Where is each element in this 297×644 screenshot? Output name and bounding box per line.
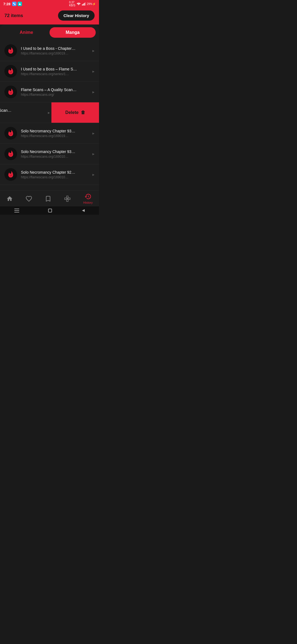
arrow-icon: ▶ [92, 152, 95, 155]
item-text: I Used to be a Boss - Chapter… https://f… [21, 46, 89, 55]
speed-indicator: 0.37KB/S [69, 1, 75, 7]
tab-anime[interactable]: Anime [3, 27, 50, 38]
flame-icon [7, 88, 14, 95]
status-icons: 0.37KB/S 29%⚡ [69, 1, 96, 7]
svg-rect-1 [14, 4, 15, 5]
item-text: Solo Necromancy Chapter 93… https://flam… [21, 149, 89, 159]
heart-icon [26, 195, 32, 202]
header: 72 items Clear History [0, 8, 99, 24]
status-app-icons [12, 2, 22, 6]
history-list: I Used to be a Boss - Chapter… https://f… [0, 40, 99, 202]
item-url: https://flamescans.org/169010… [21, 175, 89, 179]
nav-item-browse[interactable] [62, 194, 73, 203]
system-nav [0, 206, 99, 215]
items-count: 72 items [4, 13, 23, 18]
item-url: https://flamescans.org/169019… [21, 134, 89, 138]
nav-item-history[interactable]: History [81, 192, 95, 205]
svg-rect-5 [84, 3, 84, 6]
item-url: https://flamescans.org/169019… [21, 51, 89, 55]
list-item[interactable]: Solo Necromancy Chapter 93… https://flam… [0, 144, 99, 164]
nav-label-history: History [83, 201, 93, 204]
square-icon [48, 209, 52, 212]
svg-marker-12 [82, 209, 85, 212]
app-icon-2 [18, 2, 22, 6]
site-icon [4, 127, 17, 140]
list-item[interactable]: Solo Necromancy Chapter 93… https://flam… [0, 123, 99, 144]
flame-icon [7, 68, 14, 75]
list-item-swiped[interactable]: s – A Quality Scan… escans.org/ ▶ Delete… [0, 102, 99, 123]
status-time: 7:28 [3, 2, 10, 6]
svg-rect-10 [14, 212, 19, 212]
arrow-icon: ▶ [48, 111, 50, 114]
nav-item-home[interactable] [4, 194, 15, 203]
svg-marker-2 [19, 3, 21, 5]
delete-label: Delete [65, 110, 79, 115]
item-url: https://flamescans.org/169010… [21, 155, 89, 159]
arrow-icon: ▶ [92, 173, 95, 176]
delete-action[interactable]: Delete 🗑 [51, 102, 99, 123]
item-text: Flame Scans – A Quality Scan… https://fl… [21, 88, 89, 97]
list-item[interactable]: Flame Scans – A Quality Scan… https://fl… [0, 82, 99, 102]
arrow-icon: ▶ [92, 49, 95, 52]
home-icon [6, 195, 13, 202]
nav-item-bookmarks[interactable] [43, 194, 54, 203]
status-bar: 7:28 0.37KB/S 29%⚡ [0, 0, 99, 8]
battery-text: 29%⚡ [87, 2, 96, 6]
item-content-swiped: s – A Quality Scan… escans.org/ ▶ [0, 102, 54, 123]
site-icon [4, 86, 17, 98]
svg-rect-3 [82, 4, 82, 6]
flame-icon [7, 130, 14, 137]
item-title: I Used to be a Boss - Chapter… [21, 46, 89, 51]
list-item[interactable]: I Used to be a Boss - Chapter… https://f… [0, 40, 99, 61]
site-icon [4, 65, 17, 78]
site-icon [4, 44, 17, 57]
app-icon-1 [12, 2, 16, 6]
list-item[interactable]: I Used to be a Boss – Flame S… https://f… [0, 61, 99, 82]
svg-rect-4 [83, 4, 83, 6]
item-url: https://flamescans.org/series/1… [21, 72, 89, 76]
bottom-nav: History [0, 190, 99, 206]
item-url: https://flamescans.org/ [21, 93, 89, 97]
item-text: s – A Quality Scan… escans.org/ [0, 108, 44, 117]
item-title: Solo Necromancy Chapter 93… [21, 149, 89, 154]
item-url: escans.org/ [0, 113, 44, 117]
flame-icon [7, 150, 14, 157]
svg-rect-0 [13, 3, 14, 4]
content-area: Anime Manga I Used to be a Boss - Chapte… [0, 24, 99, 202]
svg-rect-8 [14, 209, 19, 209]
trash-icon: 🗑 [81, 110, 85, 115]
arrow-icon: ▶ [92, 70, 95, 73]
arrow-icon: ▶ [92, 132, 95, 135]
svg-rect-7 [85, 2, 86, 6]
item-title: I Used to be a Boss – Flame S… [21, 67, 89, 71]
item-text: Solo Necromancy Chapter 92… https://flam… [21, 170, 89, 179]
flame-icon [7, 171, 14, 178]
item-text: I Used to be a Boss – Flame S… https://f… [21, 67, 89, 76]
tab-bar: Anime Manga [0, 24, 99, 40]
back-icon [81, 209, 85, 212]
flame-icon [7, 47, 14, 54]
site-icon [4, 148, 17, 160]
item-title: Solo Necromancy Chapter 92… [21, 170, 89, 174]
site-icon [4, 168, 17, 181]
history-icon [84, 193, 92, 200]
clear-history-button[interactable]: Clear History [58, 10, 95, 21]
wifi-icon [76, 2, 81, 6]
bookmark-icon [45, 195, 51, 202]
tab-manga[interactable]: Manga [50, 27, 96, 38]
item-text: Solo Necromancy Chapter 93… https://flam… [21, 129, 89, 138]
arrow-icon: ▶ [92, 91, 95, 94]
nav-item-favorites[interactable] [23, 194, 34, 203]
item-title: s – A Quality Scan… [0, 108, 44, 113]
item-title: Solo Necromancy Chapter 93… [21, 129, 89, 133]
gamepad-icon [64, 195, 71, 202]
signal-icon [82, 2, 86, 6]
item-title: Flame Scans – A Quality Scan… [21, 88, 89, 92]
svg-rect-9 [14, 210, 19, 211]
list-item[interactable]: Solo Necromancy Chapter 92… https://flam… [0, 164, 99, 185]
menu-icon [14, 209, 19, 212]
svg-rect-6 [84, 3, 85, 6]
svg-rect-11 [48, 209, 52, 212]
